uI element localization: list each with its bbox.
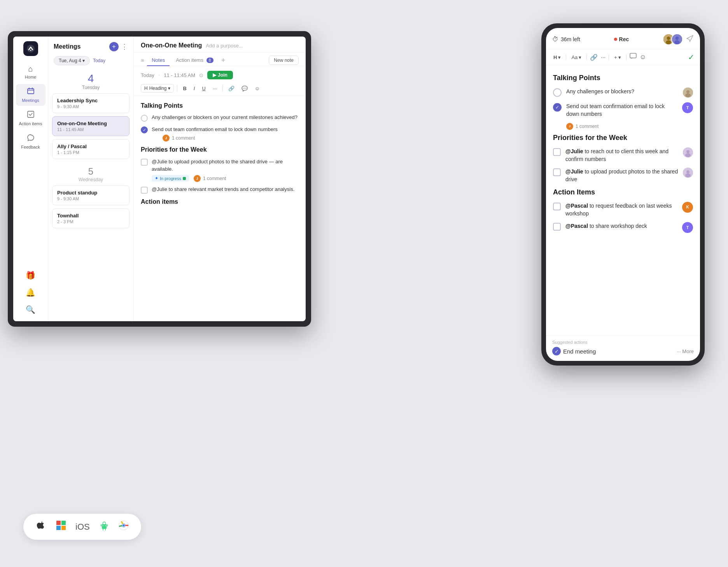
- phone-check-text-2: Send out team confirmation email to lock…: [566, 103, 665, 117]
- end-check-icon: ✓: [552, 347, 561, 355]
- italic-button[interactable]: I: [191, 84, 198, 93]
- comment-count-2: 1 comment: [203, 176, 226, 181]
- day-header-wednesday: 5 Wednesday: [48, 161, 133, 184]
- sidebar-item-feedback[interactable]: Feedback: [16, 131, 46, 152]
- phone-content: Talking Points Any challenges or blocker…: [546, 65, 700, 336]
- phone-checkbox-6[interactable]: [553, 223, 561, 231]
- svg-point-18: [686, 150, 690, 153]
- search-icon[interactable]: 🔍: [23, 303, 38, 317]
- check-toolbar-icon[interactable]: ✓: [688, 52, 695, 62]
- commenter-avatar-2: J: [194, 175, 201, 182]
- chevron-down-icon: ▾: [168, 86, 170, 91]
- rec-dot: [614, 38, 617, 41]
- add-tab-button[interactable]: +: [221, 56, 226, 65]
- phone-check-item-3: @Julie to reach out to client this week …: [553, 147, 693, 163]
- meeting-card-product-standup[interactable]: Product standup 9 - 9:30 AM: [52, 186, 130, 205]
- svg-point-28: [105, 525, 106, 526]
- toolbar-sep-2: [586, 54, 587, 60]
- meeting-purpose[interactable]: Add a purpose...: [206, 43, 243, 49]
- sidebar-label-meetings: Meetings: [22, 98, 39, 103]
- commenter-avatar: J: [163, 135, 170, 142]
- timer-text: 36m left: [561, 36, 580, 42]
- notes-content: Talking Points Any challenges or blocker…: [134, 96, 306, 321]
- h-label: H: [553, 54, 557, 60]
- meetings-panel: Meetings + ⋮ Tue, Aug 4 ▾ Today 4 Tuesda…: [48, 37, 134, 321]
- phone-checkbox-5[interactable]: [553, 203, 561, 210]
- new-note-button[interactable]: New note: [269, 56, 299, 65]
- svg-point-9: [666, 40, 671, 44]
- comment-button[interactable]: 💬: [239, 84, 250, 93]
- sidebar-item-home[interactable]: ⌂ Home: [16, 61, 46, 82]
- emoji-button[interactable]: ☺: [252, 84, 262, 93]
- check-text: Send out team confirmation email to lock…: [152, 126, 278, 132]
- phone-checkbox-3[interactable]: [553, 148, 561, 156]
- link-icon[interactable]: 🔗: [590, 54, 598, 61]
- phone-priorities-title: Priorities for the Week: [553, 134, 693, 142]
- app-logo[interactable]: [23, 41, 38, 56]
- progress-indicator: [183, 177, 186, 180]
- phone-checkbox-4[interactable]: [553, 168, 561, 176]
- more-icon[interactable]: ···: [601, 54, 606, 60]
- user-avatar-t2: T: [682, 222, 693, 233]
- gift-icon[interactable]: 🎁: [23, 268, 38, 282]
- today-button[interactable]: Today: [93, 58, 105, 63]
- comment-row: J 1 comment: [163, 135, 278, 142]
- comment-icon[interactable]: [630, 53, 637, 61]
- heading-button[interactable]: H ▾: [551, 53, 563, 61]
- checklist-item-4: @Julie to share relevant market trends a…: [141, 186, 299, 194]
- bell-icon[interactable]: 🔔: [23, 285, 38, 299]
- meeting-card-ally-pascal[interactable]: Ally / Pascal 1 - 1:15 PM: [52, 139, 130, 159]
- clock-icon: ⊙: [199, 72, 203, 78]
- emoji-icon[interactable]: ☺: [640, 53, 646, 61]
- user-avatar-julie-2: [683, 168, 693, 178]
- phone-checkbox-2-checked[interactable]: ✓: [553, 103, 562, 112]
- date-row: Tue, Aug 4 ▾ Today: [48, 54, 133, 69]
- heading-select[interactable]: H Heading ▾: [141, 84, 174, 93]
- phone-comment-avatar: J: [566, 123, 573, 130]
- meeting-title: Ally / Pascal: [57, 144, 124, 149]
- end-meeting-text: End meeting: [563, 348, 596, 355]
- meetings-more-button[interactable]: ⋮: [121, 42, 128, 51]
- join-meeting-button[interactable]: ▶ Join: [207, 71, 233, 79]
- end-meeting-button[interactable]: ✓ End meeting: [552, 347, 596, 355]
- more-actions-button[interactable]: ··· More: [677, 348, 694, 354]
- checkbox-unchecked-3[interactable]: [141, 187, 148, 194]
- checkbox-unchecked[interactable]: [141, 115, 148, 122]
- meeting-card-leadership-sync[interactable]: Leadership Sync 9 - 9:30 AM: [52, 93, 130, 113]
- checkbox-unchecked-2[interactable]: [141, 159, 148, 166]
- platform-bar: iOS: [23, 514, 141, 540]
- user-avatar-t: T: [682, 102, 693, 113]
- add-button[interactable]: + ▾: [612, 53, 623, 61]
- add-meeting-button[interactable]: +: [109, 42, 119, 51]
- phone-checkbox-1[interactable]: [553, 88, 562, 97]
- tab-notes[interactable]: Notes: [147, 55, 170, 66]
- toolbar-separator-2: [222, 85, 223, 92]
- phone-mockup: ⏱ 36m left Rec: [541, 23, 705, 366]
- svg-rect-6: [28, 111, 34, 117]
- check-text-2: @Julie to share relevant market trends a…: [152, 186, 294, 193]
- list-icon: ≡: [141, 57, 144, 63]
- user-avatar-julie-1: [683, 147, 693, 158]
- checklist-item-1: Any challenges or blockers on your curre…: [141, 114, 299, 122]
- svg-rect-24: [61, 521, 66, 525]
- laptop-inner: ⌂ Home Meetings: [13, 37, 306, 321]
- chevron-icon-2: ▾: [579, 54, 581, 60]
- sidebar-item-meetings[interactable]: Meetings: [16, 84, 46, 106]
- meeting-title: One-on-One Meeting: [57, 121, 124, 126]
- svg-rect-13: [630, 53, 636, 58]
- bold-button[interactable]: B: [180, 84, 189, 93]
- toolbar-separator: [177, 85, 177, 92]
- font-button[interactable]: Aa ▾: [569, 53, 583, 61]
- sidebar-item-action-items[interactable]: Action items: [16, 107, 46, 129]
- tab-action-items[interactable]: Action items 8: [171, 55, 218, 66]
- send-icon[interactable]: [686, 35, 694, 44]
- date-picker[interactable]: Tue, Aug 4 ▾: [54, 56, 90, 65]
- more-formatting-button[interactable]: ···: [210, 84, 219, 93]
- meeting-card-townhall[interactable]: Townhall 2 - 3 PM: [52, 208, 130, 228]
- meeting-card-one-on-one[interactable]: One-on-One Meeting 11 - 11:45 AM: [52, 116, 130, 136]
- phone-check-item-4: @Julie to upload product photos to the s…: [553, 168, 693, 184]
- checkbox-checked[interactable]: ✓: [141, 126, 148, 133]
- svg-point-11: [676, 37, 679, 40]
- link-button[interactable]: 🔗: [226, 84, 237, 93]
- underline-button[interactable]: U: [200, 84, 208, 93]
